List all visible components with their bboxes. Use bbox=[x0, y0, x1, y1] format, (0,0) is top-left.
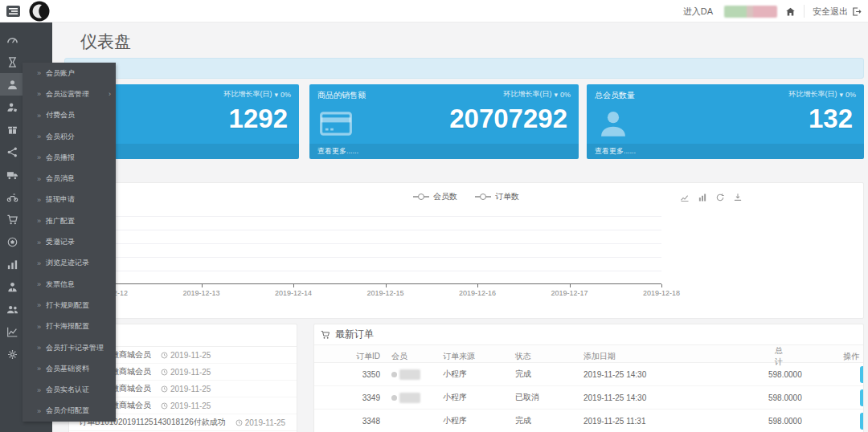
submenu-item[interactable]: »浏览足迹记录 bbox=[23, 253, 116, 274]
chevron-right-icon: » bbox=[37, 386, 41, 394]
submenu-item[interactable]: »会员账户 bbox=[23, 63, 116, 84]
submenu-item[interactable]: »付费会员 bbox=[23, 105, 116, 126]
submenu-item[interactable]: »会员播报 bbox=[23, 147, 116, 168]
growth-rate-dropdown[interactable]: 环比增长率(日)▾0% bbox=[788, 89, 856, 100]
logout-button[interactable]: 安全退出 bbox=[813, 6, 862, 18]
bars-icon[interactable] bbox=[698, 193, 707, 202]
legend-label: 订单数 bbox=[495, 191, 519, 202]
axis-tick bbox=[477, 284, 478, 287]
topbar-divider bbox=[804, 5, 805, 18]
legend-item[interactable]: 订单数 bbox=[475, 191, 519, 202]
x-axis-label: 2019-12-18 bbox=[633, 289, 690, 297]
legend-marker-icon bbox=[413, 196, 429, 198]
sidebar-toggle-icon[interactable] bbox=[6, 6, 20, 17]
legend-marker-icon bbox=[475, 196, 491, 198]
enter-da-link[interactable]: 进入DA bbox=[680, 6, 716, 18]
submenu-item[interactable]: »打卡规则配置 bbox=[23, 295, 116, 316]
stat-card-sales: 商品的销售额 环比增长率(日)▾0% 20707292 查看更多...... bbox=[309, 84, 579, 159]
order-total: 598.0000 bbox=[768, 370, 838, 379]
order-member bbox=[387, 393, 443, 403]
refresh-icon[interactable] bbox=[715, 193, 725, 202]
x-axis bbox=[81, 283, 661, 284]
user-name-redacted[interactable] bbox=[724, 6, 777, 18]
view-order-button[interactable] bbox=[860, 413, 864, 430]
topbar: 进入DA 安全退出 bbox=[0, 0, 868, 22]
download-icon[interactable] bbox=[733, 193, 743, 202]
submenu-item[interactable]: »会员积分 bbox=[23, 126, 116, 147]
message-date: 2019-11-25 bbox=[161, 385, 211, 393]
clock-icon bbox=[161, 352, 168, 359]
order-date: 2019-11-25 14:30 bbox=[583, 393, 768, 402]
submenu-item-label: 受邀记录 bbox=[46, 237, 75, 247]
clock-icon bbox=[235, 419, 243, 426]
submenu-item-label: 会员消息 bbox=[46, 173, 75, 184]
sidebar-item-gauge[interactable] bbox=[0, 28, 52, 51]
chevron-right-icon: » bbox=[37, 407, 41, 415]
submenu-item[interactable]: »打卡海报配置 bbox=[23, 316, 116, 337]
sidebar-submenu: »会员账户»会员运营管理›»付费会员»会员积分»会员播报»会员消息»提现申请»推… bbox=[23, 63, 116, 422]
chevron-right-icon: » bbox=[37, 132, 41, 141]
x-axis-label: 2019-12-15 bbox=[358, 289, 414, 297]
submenu-item[interactable]: »会员打卡记录管理 bbox=[23, 337, 116, 358]
legend-label: 会员数 bbox=[433, 191, 457, 202]
message-date: 2019-11-25 bbox=[161, 368, 211, 377]
order-total: 598.0000 bbox=[768, 393, 838, 402]
view-order-button[interactable] bbox=[860, 389, 864, 406]
gear-icon bbox=[6, 348, 18, 361]
chevron-right-icon: » bbox=[37, 259, 41, 267]
stat-card-value: 20707292 bbox=[449, 104, 567, 134]
chevron-right-icon: » bbox=[37, 280, 41, 288]
see-more-link[interactable]: 查看更多...... bbox=[309, 144, 579, 159]
x-axis-label: 2019-12-14 bbox=[265, 289, 321, 297]
axis-tick bbox=[293, 284, 294, 287]
ball-icon bbox=[6, 236, 18, 248]
gridline bbox=[81, 216, 661, 217]
order-date: 2019-11-25 11:31 bbox=[583, 417, 768, 426]
logo bbox=[29, 1, 50, 22]
member-icon bbox=[596, 107, 630, 141]
clock-icon bbox=[161, 402, 168, 410]
message-date: 2019-11-25 bbox=[161, 351, 211, 360]
cart-icon bbox=[6, 214, 18, 226]
credit-card-icon bbox=[319, 107, 353, 141]
growth-rate-dropdown[interactable]: 环比增长率(日)▾0% bbox=[223, 89, 291, 100]
submenu-item-label: 发票信息 bbox=[46, 279, 75, 290]
submenu-item-label: 会员介绍配置 bbox=[46, 406, 89, 416]
x-axis-label: 2019-12-16 bbox=[449, 289, 506, 297]
chevron-right-icon: » bbox=[37, 238, 41, 247]
bar-chart-icon bbox=[6, 259, 18, 271]
moto-icon bbox=[6, 191, 18, 203]
view-order-button[interactable] bbox=[860, 366, 864, 383]
submenu-item[interactable]: »会员消息 bbox=[23, 168, 116, 189]
submenu-item-label: 会员播报 bbox=[46, 153, 75, 163]
expand-arrow-icon: › bbox=[108, 90, 111, 98]
member-name-redacted bbox=[399, 393, 420, 403]
submenu-item-label: 会员积分 bbox=[46, 132, 75, 142]
submenu-item[interactable]: »发票信息 bbox=[23, 274, 116, 295]
latest-orders-panel: 最新订单 订单ID 会员 订单来源 状态 添加日期 总计 操作 3350小程序完… bbox=[313, 324, 864, 432]
submenu-item[interactable]: »受邀记录 bbox=[23, 231, 116, 252]
growth-rate-dropdown[interactable]: 环比增长率(日)▾0% bbox=[503, 89, 571, 100]
gridline bbox=[81, 243, 661, 244]
submenu-item[interactable]: »会员运营管理› bbox=[23, 84, 116, 104]
logout-icon bbox=[851, 6, 862, 17]
legend-item[interactable]: 会员数 bbox=[413, 191, 457, 202]
submenu-item[interactable]: »会员实名认证 bbox=[23, 379, 116, 400]
submenu-item-label: 打卡规则配置 bbox=[46, 300, 89, 311]
trend-icon[interactable] bbox=[680, 193, 690, 202]
submenu-item[interactable]: »会员基础资料 bbox=[23, 358, 116, 379]
see-more-link[interactable]: 查看更多...... bbox=[587, 144, 864, 159]
order-id: 3349 bbox=[314, 393, 387, 402]
submenu-item[interactable]: »推广配置 bbox=[23, 210, 116, 231]
order-source: 小程序 bbox=[443, 392, 515, 403]
submenu-item[interactable]: »提现申请 bbox=[23, 190, 116, 210]
cart-icon bbox=[321, 330, 330, 340]
gridline bbox=[81, 230, 661, 230]
gridline bbox=[81, 257, 661, 258]
stat-card-label: 总会员数量 bbox=[595, 90, 635, 101]
home-icon[interactable] bbox=[785, 6, 796, 17]
orders-column-headers: 订单ID 会员 订单来源 状态 添加日期 总计 操作 bbox=[314, 345, 863, 363]
line-chart-icon bbox=[6, 326, 18, 338]
chevron-right-icon: » bbox=[37, 196, 41, 204]
submenu-item[interactable]: »会员介绍配置 bbox=[23, 401, 116, 422]
